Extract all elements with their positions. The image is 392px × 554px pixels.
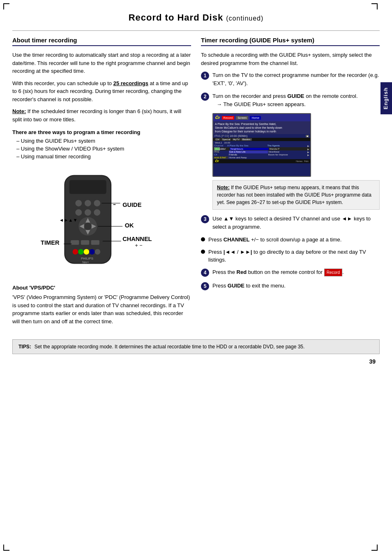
list-item: Using manual timer recording xyxy=(16,153,191,160)
step3-text2: keys to select a desired TV channel and … xyxy=(234,216,341,222)
step-3: 3 Use ▲▼ keys to select a desired TV cha… xyxy=(201,215,380,231)
record-btn: Record xyxy=(324,269,342,276)
step-4: 4 Press the Red button on the remote con… xyxy=(201,268,380,277)
bullet-2 xyxy=(201,250,205,254)
guide-plus-heading: Timer recording (GUIDE Plus+ system) xyxy=(201,37,380,46)
title-divider xyxy=(12,30,380,31)
svg-text:OK: OK xyxy=(125,222,134,229)
svg-point-18 xyxy=(78,249,84,255)
step-5-content: Press GUIDE to exit the menu. xyxy=(212,282,380,290)
svg-point-6 xyxy=(85,209,91,216)
guide-info-bar: A Place By the Sea: Presented by Seetha … xyxy=(213,121,310,134)
page-number: 39 xyxy=(12,358,380,365)
step-2-content: Turn on the recorder and press GUIDE on … xyxy=(212,92,380,108)
guide-top-bar: C̃ir Record Screen Home xyxy=(213,114,310,121)
step2-bold: GUIDE xyxy=(287,93,304,99)
remote-container: PHILIPS Nav+ GUIDE OK ◄►▲▼ CHANNEL xyxy=(12,166,191,277)
title-suffix: (continued) xyxy=(226,15,263,22)
svg-point-7 xyxy=(94,209,100,216)
step-1: 1 Turn on the TV to the correct programm… xyxy=(201,71,380,87)
note-label: Note: xyxy=(12,108,26,114)
svg-text:Nav+: Nav+ xyxy=(82,261,89,264)
bullet-2-content: Press |◄◄ / ►►| to go directly to a day … xyxy=(208,248,380,264)
svg-point-19 xyxy=(84,249,90,255)
step3-bold2: ◄► xyxy=(342,216,353,222)
svg-point-13 xyxy=(84,223,92,230)
step-1-num: 1 xyxy=(201,72,209,80)
step-5-num: 5 xyxy=(201,282,209,290)
tips-box: TIPS: Set the appropriate recording mode… xyxy=(12,339,380,354)
step-4-content: Press the Red button on the remote contr… xyxy=(212,268,380,276)
svg-text:GUIDE: GUIDE xyxy=(122,202,142,208)
corner-br xyxy=(371,545,378,551)
svg-rect-16 xyxy=(91,240,99,245)
note-text-right: If the GUIDE Plus+ setup menu appears, i… xyxy=(217,185,371,205)
title-main: Record to Hard Disk xyxy=(129,12,224,23)
tips-label: TIPS: xyxy=(18,343,31,350)
about-timer-heading: About timer recording xyxy=(12,37,191,46)
timer-para1: Use the timer recording to automatically… xyxy=(12,51,191,75)
svg-point-4 xyxy=(94,200,100,206)
svg-rect-15 xyxy=(81,240,89,245)
list-item: Using the GUIDE Plus+ system xyxy=(16,138,191,144)
svg-rect-1 xyxy=(69,180,106,194)
svg-text:PHILIPS: PHILIPS xyxy=(81,257,93,260)
bullet-step-channel: Press CHANNEL +/− to scroll down/up a pa… xyxy=(201,236,380,244)
guide-info-1: A Place By the Sea: Presented by Seetha … xyxy=(215,122,309,126)
bullet-step-skip: Press |◄◄ / ►►| to go directly to a day … xyxy=(201,248,380,264)
guide-tab-record: Record xyxy=(222,116,235,120)
two-col-layout: About timer recording Use the timer reco… xyxy=(12,37,380,329)
three-ways-heading: There are three ways to program a timer … xyxy=(12,129,191,135)
corner-tr xyxy=(371,3,378,9)
svg-text:TIMER: TIMER xyxy=(41,239,60,246)
step-5: 5 Press GUIDE to exit the menu. xyxy=(201,282,380,290)
guide-note: Note: If the GUIDE Plus+ setup menu appe… xyxy=(212,180,380,210)
corner-bl xyxy=(3,545,9,551)
page-container: English Record to Hard Disk (continued) … xyxy=(0,0,392,554)
timer-para2: With this recorder, you can schedule up … xyxy=(12,79,191,104)
remote-svg: PHILIPS Nav+ GUIDE OK ◄►▲▼ CHANNEL xyxy=(12,166,191,277)
guide-screen: C̃ir Record Screen Home A Place By the S… xyxy=(212,113,311,177)
step-1-content: Turn on the TV to the correct programme … xyxy=(212,71,380,87)
vps-section: About 'VPS/PDC' 'VPS' (Video Programming… xyxy=(12,285,191,325)
guide-tab-home: Home xyxy=(250,116,261,120)
svg-point-5 xyxy=(75,209,82,216)
svg-text:CHANNEL: CHANNEL xyxy=(122,236,152,242)
step-2-num: 2 xyxy=(201,93,209,101)
note-text: If the scheduled timer recording is long… xyxy=(12,108,181,123)
step-4-num: 4 xyxy=(201,269,209,277)
step2-text2: on the remote control. xyxy=(304,93,358,99)
list-item: Using the ShowView / VIDEO Plus+ system xyxy=(16,146,191,152)
svg-point-2 xyxy=(75,200,82,206)
timer-note: Note: If the scheduled timer recording i… xyxy=(12,107,191,123)
right-column: Timer recording (GUIDE Plus+ system) To … xyxy=(201,37,380,329)
step3-bold1: ▲▼ xyxy=(224,216,234,222)
svg-text:+ −: + − xyxy=(135,243,143,248)
left-column: About timer recording Use the timer reco… xyxy=(12,37,191,329)
step2-arrow: → The GUIDE Plus+ screen appears. xyxy=(217,100,380,109)
svg-text:◄►▲▼: ◄►▲▼ xyxy=(59,218,78,223)
three-ways-list: Using the GUIDE Plus+ system Using the S… xyxy=(12,138,191,160)
guide-tab-screen: Screen xyxy=(236,116,248,120)
guide-intro: To schedule a recording with the GUIDE P… xyxy=(201,51,380,67)
guide-plus-heading-text: Timer recording (GUIDE Plus+ system) xyxy=(201,37,314,44)
step-2: 2 Turn on the recorder and press GUIDE o… xyxy=(201,92,380,108)
step-3-num: 3 xyxy=(201,215,209,223)
svg-point-20 xyxy=(89,249,95,255)
tips-text: Set the appropriate recording mode. It d… xyxy=(35,343,305,350)
vps-text: 'VPS' (Video Programming System) or 'PDC… xyxy=(12,293,191,325)
guide-info-3: from Glasgow for their summer holidays i… xyxy=(215,130,309,133)
recordings-bold: 25 recordings xyxy=(113,80,148,86)
page-title: Record to Hard Disk (continued) xyxy=(12,8,380,23)
step-3-content: Use ▲▼ keys to select a desired TV chann… xyxy=(212,215,380,231)
svg-point-3 xyxy=(85,200,91,206)
bullet-1-content: Press CHANNEL +/− to scroll down/up a pa… xyxy=(208,236,380,244)
svg-rect-14 xyxy=(71,240,79,245)
side-tab: English xyxy=(380,82,392,114)
para2-pre: With this recorder, you can schedule up … xyxy=(12,80,113,86)
svg-point-17 xyxy=(73,249,78,255)
bullet-1 xyxy=(201,237,205,241)
note-label-right: Note: xyxy=(217,185,230,190)
svg-point-21 xyxy=(95,249,101,255)
step3-text: Use xyxy=(212,216,224,222)
